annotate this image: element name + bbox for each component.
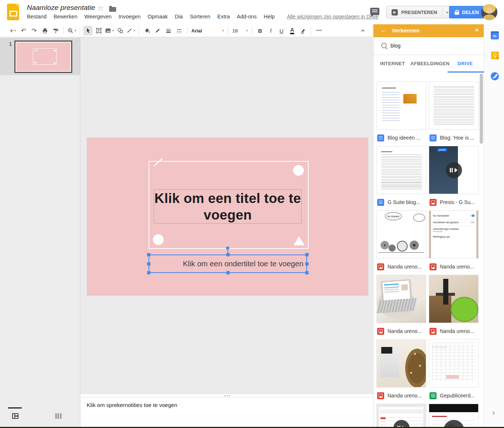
explore-scrollbar[interactable] xyxy=(480,74,483,144)
menu-dia[interactable]: Dia xyxy=(175,14,183,20)
resize-handle-se[interactable] xyxy=(305,271,309,274)
share-label: DELEN xyxy=(462,10,479,15)
result-thumbnail-video[interactable] xyxy=(429,404,479,428)
explore-search-bar[interactable]: blog xyxy=(373,37,484,55)
undo-button[interactable]: ↶ xyxy=(19,26,28,35)
border-color-button[interactable] xyxy=(153,26,162,35)
print-button[interactable] xyxy=(40,26,49,35)
font-size-select[interactable]: 18 ▾ xyxy=(231,26,249,35)
highlight-button[interactable] xyxy=(298,26,307,35)
more-options-button[interactable]: ••• xyxy=(314,26,324,35)
present-button[interactable]: ▶ PRESENTEREN xyxy=(387,6,442,18)
new-slide-button[interactable]: + ▾ xyxy=(8,26,17,35)
select-tool-button[interactable] xyxy=(83,26,93,35)
keep-icon[interactable] xyxy=(491,52,499,59)
result-thumbnail-photo[interactable] xyxy=(429,275,479,323)
resize-handle-nw[interactable] xyxy=(147,253,150,256)
resize-handle-s[interactable] xyxy=(226,271,230,274)
filmstrip-view-icon[interactable] xyxy=(12,413,18,419)
result-thumbnail-doc[interactable] xyxy=(376,81,426,130)
tab-drive[interactable]: DRIVE xyxy=(458,61,473,66)
menu-extra[interactable]: Extra xyxy=(217,14,230,20)
line-dash-button[interactable] xyxy=(174,26,184,35)
menu-sorteren[interactable]: Sorteren xyxy=(190,14,211,20)
resize-handle-w[interactable] xyxy=(147,262,150,266)
line-weight-button[interactable] xyxy=(164,26,173,35)
slide-canvas[interactable]: Klik om een titel toe te voegen Klik om … xyxy=(80,37,373,394)
result-item[interactable] xyxy=(429,404,479,428)
menu-addons[interactable]: Add-ons xyxy=(237,14,257,20)
menu-help[interactable]: Help xyxy=(264,14,275,20)
result-thumbnail-cartoon[interactable]: No thanks! xyxy=(376,210,426,259)
result-thumbnail-photo[interactable] xyxy=(376,339,426,387)
bold-button[interactable]: B xyxy=(256,26,265,35)
text-color-button[interactable]: A xyxy=(288,26,297,35)
menu-invoegen[interactable]: Invoegen xyxy=(119,14,141,20)
result-item[interactable]: Blog ideeën ... xyxy=(376,81,426,146)
result-item[interactable]: G Suite blog... xyxy=(376,146,426,210)
resize-handle-sw[interactable] xyxy=(147,271,150,274)
result-item[interactable]: Nanda ureno... xyxy=(429,275,479,339)
result-item[interactable]: Nu inschakelen Inschakelen als gepland U… xyxy=(429,210,479,275)
share-button[interactable]: DELEN xyxy=(449,6,484,18)
result-item[interactable]: Gepubliceerd... xyxy=(429,339,479,404)
menu-bewerken[interactable]: Bewerken xyxy=(53,14,77,20)
tasks-icon[interactable] xyxy=(491,72,499,80)
result-item[interactable]: Nanda ureno... xyxy=(376,275,426,339)
result-thumbnail-doc[interactable] xyxy=(429,81,479,130)
search-input[interactable]: blog xyxy=(390,43,400,49)
account-avatar[interactable] xyxy=(481,4,497,20)
play-overlay-icon[interactable] xyxy=(446,162,462,178)
tab-afbeeldingen[interactable]: AFBEELDINGEN xyxy=(410,61,449,66)
slide-thumbnail-row[interactable]: 1 xyxy=(0,38,80,75)
result-item[interactable]: No thanks! Nanda ureno... xyxy=(376,210,426,275)
slide-editing-area[interactable]: Klik om een titel toe te voegen Klik om … xyxy=(87,138,368,295)
result-thumbnail-video[interactable] xyxy=(376,404,426,428)
font-family-select[interactable]: Arial ▾ xyxy=(190,26,225,35)
italic-button[interactable]: I xyxy=(266,26,275,35)
result-item[interactable]: Blog: 'Hoe is ... xyxy=(429,81,479,146)
chevron-right-icon[interactable]: › xyxy=(492,408,495,418)
resize-handle-n[interactable] xyxy=(226,253,230,256)
shape-button[interactable] xyxy=(115,26,125,35)
menu-weergeven[interactable]: Weergeven xyxy=(84,14,112,20)
grid-view-icon[interactable] xyxy=(55,413,62,419)
result-thumbnail-video[interactable]: presis xyxy=(429,146,479,194)
result-item[interactable] xyxy=(376,404,426,428)
result-thumbnail-phone[interactable]: Nu inschakelen Inschakelen als gepland U… xyxy=(429,210,479,259)
result-item[interactable]: Nanda ureno... xyxy=(376,339,426,404)
zoom-button[interactable]: ▾ xyxy=(67,26,76,35)
line-tool-button[interactable]: ▾ xyxy=(126,26,135,35)
document-title[interactable]: Naamloze presentatie xyxy=(27,4,95,12)
result-thumbnail-photo[interactable] xyxy=(376,275,426,323)
underline-button[interactable]: U xyxy=(277,26,286,35)
resize-handle-ne[interactable] xyxy=(305,253,309,256)
close-icon[interactable]: × xyxy=(475,27,479,34)
insert-image-button[interactable]: ▾ xyxy=(105,26,114,35)
resize-handle-e[interactable] xyxy=(305,262,309,266)
result-thumbnail-doc[interactable] xyxy=(376,146,426,194)
calendar-icon[interactable]: 31 xyxy=(491,31,499,39)
collapse-toolbar-button[interactable] xyxy=(358,26,367,35)
comments-icon[interactable] xyxy=(370,8,379,15)
notes-resize-handle[interactable] xyxy=(80,394,373,397)
text-box-button[interactable] xyxy=(94,26,103,35)
speaker-notes-area[interactable]: Klik om sprekernotities toe te voegen xyxy=(80,397,373,427)
paint-format-button[interactable] xyxy=(51,26,60,35)
subtitle-placeholder-selected[interactable]: Klik om een ondertitel toe te voegen xyxy=(149,255,307,273)
fill-color-button[interactable] xyxy=(142,26,152,35)
result-thumbnail-spreadsheet[interactable] xyxy=(429,339,479,387)
back-icon[interactable]: ← xyxy=(380,27,387,34)
tab-internet[interactable]: INTERNET xyxy=(380,61,405,66)
menu-opmaak[interactable]: Opmaak xyxy=(147,14,168,20)
slides-logo-icon[interactable] xyxy=(7,4,19,20)
result-item[interactable]: presis Presis - G Su... xyxy=(429,146,479,210)
rotation-handle[interactable] xyxy=(226,246,229,250)
folder-icon[interactable] xyxy=(109,7,116,12)
menu-bestand[interactable]: Bestand xyxy=(27,14,46,20)
saved-status-link[interactable]: Alle wijzigingen zijn opgeslagen in Driv… xyxy=(287,14,378,20)
star-icon[interactable]: ☆ xyxy=(97,4,104,13)
slide-thumbnail[interactable] xyxy=(14,41,72,73)
title-placeholder[interactable]: Klik om een titel toe te voegen xyxy=(154,189,302,224)
redo-button[interactable]: ↷ xyxy=(29,26,39,35)
